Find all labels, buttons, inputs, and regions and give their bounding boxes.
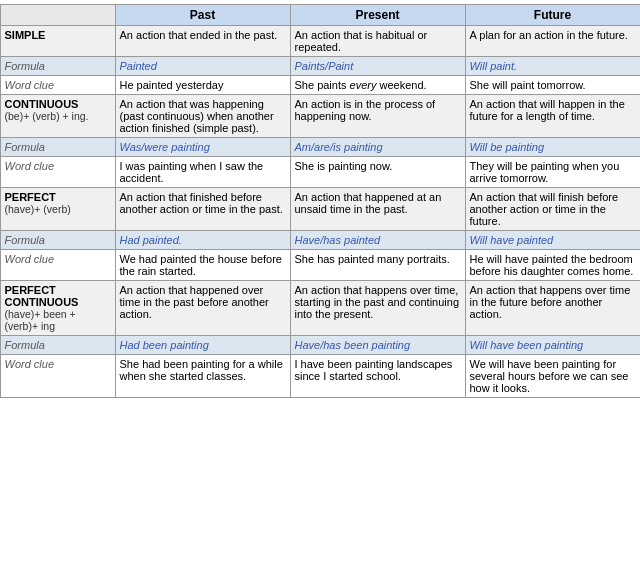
def-past-perfect: An action that finished before another a…: [115, 188, 290, 231]
header-label: [0, 5, 115, 26]
def-present-continuous: An action is in the process of happening…: [290, 95, 465, 138]
header-past: Past: [115, 5, 290, 26]
wordclue-past-perfect-continuous: She had been painting for a while when s…: [115, 355, 290, 398]
wordclue-label-continuous: Word clue: [0, 157, 115, 188]
formula-past-continuous: Was/were painting: [115, 138, 290, 157]
wordclue-past-continuous: I was painting when I saw the accident.: [115, 157, 290, 188]
section-label-perfect: PERFECT(have)+ (verb): [0, 188, 115, 231]
def-past-simple: An action that ended in the past.: [115, 26, 290, 57]
def-past-continuous: An action that was happening (past conti…: [115, 95, 290, 138]
formula-past-perfect-continuous: Had been painting: [115, 336, 290, 355]
wordclue-label-simple: Word clue: [0, 76, 115, 95]
formula-past-simple: Painted: [115, 57, 290, 76]
section-label-simple: SIMPLE: [0, 26, 115, 57]
def-present-simple: An action that is habitual or repeated.: [290, 26, 465, 57]
formula-label-simple: Formula: [0, 57, 115, 76]
formula-future-perfect: Will have painted: [465, 231, 640, 250]
formula-label-perfect-continuous: Formula: [0, 336, 115, 355]
section-label-continuous: CONTINUOUS(be)+ (verb) + ing.: [0, 95, 115, 138]
wordclue-past-simple: He painted yesterday: [115, 76, 290, 95]
header-present: Present: [290, 5, 465, 26]
formula-present-simple: Paints/Paint: [290, 57, 465, 76]
formula-future-simple: Will paint.: [465, 57, 640, 76]
formula-past-perfect: Had painted.: [115, 231, 290, 250]
def-present-perfect-continuous: An action that happens over time, starti…: [290, 281, 465, 336]
def-future-perfect-continuous: An action that happens over time in the …: [465, 281, 640, 336]
wordclue-past-perfect: We had painted the house before the rain…: [115, 250, 290, 281]
wordclue-present-continuous: She is painting now.: [290, 157, 465, 188]
wordclue-label-perfect: Word clue: [0, 250, 115, 281]
formula-future-perfect-continuous: Will have been painting: [465, 336, 640, 355]
wordclue-label-perfect-continuous: Word clue: [0, 355, 115, 398]
def-future-simple: A plan for an action in the future.: [465, 26, 640, 57]
wordclue-future-continuous: They will be painting when you arrive to…: [465, 157, 640, 188]
formula-present-continuous: Am/are/is painting: [290, 138, 465, 157]
wordclue-present-perfect: She has painted many portraits.: [290, 250, 465, 281]
formula-future-continuous: Will be painting: [465, 138, 640, 157]
formula-present-perfect: Have/has painted: [290, 231, 465, 250]
section-label-perfect-continuous: PERFECT CONTINUOUS(have)+ been + (verb)+…: [0, 281, 115, 336]
def-future-perfect: An action that will finish before anothe…: [465, 188, 640, 231]
formula-label-perfect: Formula: [0, 231, 115, 250]
formula-present-perfect-continuous: Have/has been painting: [290, 336, 465, 355]
def-present-perfect: An action that happened at an unsaid tim…: [290, 188, 465, 231]
wordclue-present-perfect-continuous: I have been painting landscapes since I …: [290, 355, 465, 398]
wordclue-future-perfect: He will have painted the bedroom before …: [465, 250, 640, 281]
wordclue-future-simple: She will paint tomorrow.: [465, 76, 640, 95]
wordclue-present-simple: She paints every weekend.: [290, 76, 465, 95]
def-future-continuous: An action that will happen in the future…: [465, 95, 640, 138]
header-future: Future: [465, 5, 640, 26]
def-past-perfect-continuous: An action that happened over time in the…: [115, 281, 290, 336]
wordclue-future-perfect-continuous: We will have been painting for several h…: [465, 355, 640, 398]
formula-label-continuous: Formula: [0, 138, 115, 157]
